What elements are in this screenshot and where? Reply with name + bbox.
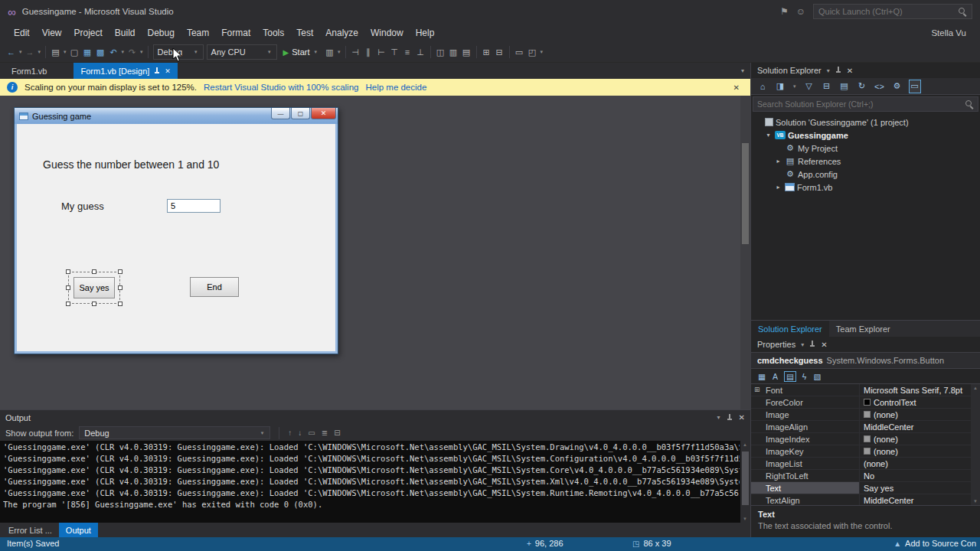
menu-item-team[interactable]: Team: [181, 24, 215, 41]
properties-object-select[interactable]: cmdcheckguess System.Windows.Forms.Butto…: [751, 352, 980, 369]
property-row-image[interactable]: Image(none): [751, 409, 971, 421]
property-row-righttoleft[interactable]: RightToLeftNo: [751, 470, 971, 482]
pin-icon[interactable]: [809, 341, 815, 348]
chevron-down-icon[interactable]: ▾: [539, 49, 545, 55]
pin-icon[interactable]: [154, 67, 160, 75]
properties-icon[interactable]: ▤: [785, 372, 795, 381]
document-tab-1[interactable]: Form1.vb: [5, 63, 54, 79]
window-position-chevron-icon[interactable]: ▾: [827, 67, 830, 74]
tree-item[interactable]: ▸▤References: [751, 155, 980, 168]
home-icon[interactable]: ⌂: [756, 80, 769, 93]
properties-icon[interactable]: ⚙: [891, 80, 903, 93]
output-source-select[interactable]: Debug ▾: [79, 426, 270, 439]
maximize-button[interactable]: ▢: [291, 108, 310, 119]
chevron-down-icon[interactable]: ▾: [792, 83, 798, 90]
chevron-down-icon[interactable]: ▾: [37, 49, 43, 55]
collapse-all-icon[interactable]: ⊟: [821, 80, 833, 93]
resize-handle[interactable]: [66, 302, 70, 306]
property-value[interactable]: ControlText: [860, 396, 971, 408]
chevron-down-icon[interactable]: ▾: [18, 49, 24, 55]
tree-collapsed-arrow-icon[interactable]: ▸: [774, 158, 782, 165]
new-file-icon[interactable]: ▤: [49, 44, 62, 60]
equal-vertical-spacing-icon[interactable]: ▤: [460, 44, 473, 60]
pending-changes-filter-icon[interactable]: ▽: [803, 80, 815, 93]
resize-handle[interactable]: [92, 302, 96, 306]
property-value[interactable]: Microsoft Sans Serif, 7.8pt: [860, 384, 971, 396]
navigate-backward-icon[interactable]: ←: [5, 44, 18, 60]
tab-team-explorer[interactable]: Team Explorer: [829, 321, 897, 337]
tree-item[interactable]: ▾VBGuessinggame: [751, 129, 980, 142]
send-feedback-icon[interactable]: ☺: [796, 6, 805, 17]
window-position-chevron-icon[interactable]: ▾: [717, 414, 720, 421]
clear-all-icon[interactable]: ▭: [308, 429, 315, 437]
align-centers-icon[interactable]: ∥: [362, 44, 375, 60]
window-position-chevron-icon[interactable]: ▾: [801, 341, 804, 348]
close-icon[interactable]: ✕: [165, 67, 171, 75]
minimize-button[interactable]: —: [271, 108, 290, 119]
chevron-down-icon[interactable]: ▾: [120, 49, 126, 55]
my-guess-label-control[interactable]: My guess: [61, 201, 104, 212]
restart-with-100-scaling-link[interactable]: Restart Visual Studio with 100% scaling: [204, 83, 358, 92]
menu-item-project[interactable]: Project: [67, 24, 108, 41]
output-console[interactable]: 'Guessinggame.exe' (CLR v4.0.30319: Gues…: [0, 441, 750, 523]
property-row-textalign[interactable]: TextAlignMiddleCenter: [751, 494, 971, 505]
property-value[interactable]: (none): [860, 445, 971, 457]
chevron-down-icon[interactable]: ▾: [62, 49, 68, 55]
menu-item-format[interactable]: Format: [215, 24, 256, 41]
scroll-up-icon[interactable]: ▲: [973, 386, 978, 390]
events-icon[interactable]: ϟ: [802, 372, 807, 381]
property-value[interactable]: (none): [860, 409, 971, 420]
show-all-files-icon[interactable]: ▤: [838, 80, 851, 93]
bring-to-front-icon[interactable]: ⊞: [480, 44, 493, 60]
align-bottoms-icon[interactable]: ⊥: [414, 44, 427, 60]
close-button[interactable]: ✕: [311, 108, 336, 119]
properties-vertical-scrollbar[interactable]: ▲ ▼: [971, 384, 980, 505]
save-all-icon[interactable]: ▩: [94, 44, 107, 60]
refresh-icon[interactable]: ↻: [856, 80, 868, 93]
menu-item-build[interactable]: Build: [109, 24, 142, 41]
solution-platforms-select[interactable]: Any CPU▾: [207, 44, 277, 60]
scroll-down-icon[interactable]: ▼: [973, 499, 978, 504]
tree-collapsed-arrow-icon[interactable]: ▸: [774, 184, 782, 191]
say-yes-button-control[interactable]: Say yes: [74, 277, 115, 298]
property-value[interactable]: No: [860, 470, 971, 481]
output-vertical-scrollbar[interactable]: ▲ ▼: [740, 441, 750, 523]
property-row-text[interactable]: TextSay yes: [751, 482, 971, 494]
menu-item-view[interactable]: View: [36, 24, 68, 41]
property-value[interactable]: (none): [860, 433, 971, 445]
quick-launch-input[interactable]: [818, 7, 955, 16]
quick-launch-box[interactable]: [813, 4, 972, 19]
resize-handle[interactable]: [66, 285, 70, 290]
tab-solution-explorer[interactable]: Solution Explorer: [751, 321, 829, 337]
property-row-imageindex[interactable]: ImageIndex(none): [751, 433, 971, 445]
go-to-next-message-icon[interactable]: ↓: [298, 429, 302, 437]
menu-item-debug[interactable]: Debug: [142, 24, 181, 41]
toggle-messages-icon[interactable]: ⊟: [334, 429, 340, 437]
add-to-source-control[interactable]: ▲ Add to Source Con: [893, 539, 976, 548]
property-value[interactable]: Say yes: [860, 482, 971, 494]
property-row-font[interactable]: ⊞FontMicrosoft Sans Serif, 7.8pt: [751, 384, 971, 396]
close-icon[interactable]: ✕: [847, 67, 853, 75]
make-same-width-icon[interactable]: ◫: [434, 44, 447, 60]
tree-expanded-arrow-icon[interactable]: ▾: [764, 132, 773, 139]
toolbox-icon[interactable]: ◰: [526, 44, 539, 60]
scrollbar-thumb[interactable]: [742, 452, 749, 505]
property-row-imagealign[interactable]: ImageAlignMiddleCenter: [751, 421, 971, 433]
align-middles-icon[interactable]: ≡: [401, 44, 414, 60]
tool-tab-error-list[interactable]: Error List ...: [2, 523, 59, 537]
property-row-imagelist[interactable]: ImageList(none): [751, 458, 971, 470]
categorized-icon[interactable]: ▦: [758, 372, 766, 381]
property-value[interactable]: MiddleCenter: [860, 494, 971, 505]
property-pages-icon[interactable]: ▧: [813, 372, 821, 381]
menu-item-analyze[interactable]: Analyze: [319, 24, 364, 41]
align-tops-icon[interactable]: ⊤: [388, 44, 401, 60]
switch-views-icon[interactable]: ◨: [774, 80, 786, 93]
resize-handle[interactable]: [118, 285, 122, 290]
equal-horizontal-spacing-icon[interactable]: ▥: [447, 44, 460, 60]
go-to-previous-message-icon[interactable]: ↑: [288, 429, 292, 437]
preview-selected-items-icon[interactable]: ▭: [909, 80, 921, 93]
tab-list-chevron-icon[interactable]: ▾: [735, 67, 750, 74]
form-body[interactable]: Guess the number between 1 and 10 My gue…: [15, 124, 338, 354]
tree-item[interactable]: Solution 'Guessinggame' (1 project): [751, 116, 980, 129]
resize-handle[interactable]: [118, 302, 122, 306]
